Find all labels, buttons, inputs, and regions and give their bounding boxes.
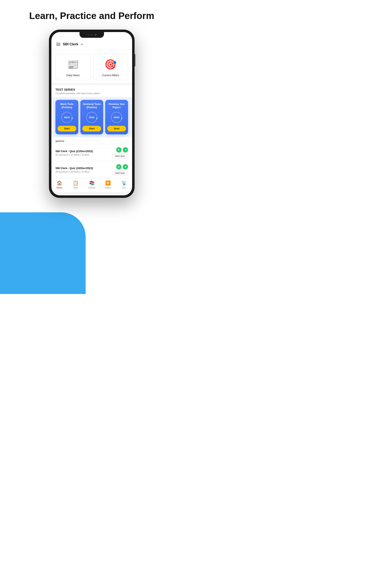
page-title: Learn, Practice and Perform: [29, 10, 154, 21]
nav-videos[interactable]: ▶️ Videos: [100, 181, 116, 189]
current-affairs-label: Current Affairs: [102, 74, 119, 77]
daily-news-card[interactable]: 📰 Daily News: [55, 54, 91, 80]
live-icon: 📡: [121, 181, 127, 186]
previous-year-title: Previous YearPapers: [108, 103, 125, 109]
previous-year-card[interactable]: Previous YearPapers 00/03 Start: [105, 100, 128, 134]
sectional-tests-start-button[interactable]: Start: [82, 126, 101, 131]
sectional-tests-title: Sectional Tests(Prelims): [83, 103, 100, 109]
lang-badge-hindi-1: ह: [123, 147, 128, 153]
app-title: SBI Clerk: [63, 42, 78, 46]
nav-ebook[interactable]: 📚 E-Book: [83, 181, 100, 189]
lang-badge-english-2: E: [116, 164, 122, 169]
phone-frame: SBI Clerk ▾ 📰 Daily News 🎯 Current Affai…: [43, 30, 141, 198]
phone-speaker: [87, 35, 93, 35]
lang-badge-english-1: E: [116, 147, 122, 153]
nav-live[interactable]: 📡 Live: [116, 181, 132, 189]
home-label: Home: [57, 187, 62, 189]
current-affairs-icon: 🎯: [103, 57, 118, 72]
mock-tests-title: Mock Tests(Prelims): [60, 103, 73, 109]
tests-label: Tests: [73, 187, 78, 189]
news-cards-row: 📰 Daily News 🎯 Current Affairs: [51, 50, 132, 84]
previous-year-progress: 00/03: [110, 111, 123, 124]
phone-body: SBI Clerk ▾ 📰 Daily News 🎯 Current Affai…: [49, 30, 134, 198]
quiz-actions-2: E ह Start Quiz: [112, 164, 128, 175]
ebook-label: E-Book: [89, 187, 95, 189]
quiz-info-2: SBI Clerk - Quiz (16/Dec/2022) 20 Questi…: [55, 167, 93, 173]
home-icon: 🏠: [57, 181, 62, 186]
live-label: Live: [122, 187, 126, 189]
start-quiz-button-2[interactable]: Start Quiz: [112, 171, 128, 175]
phone-notch: [80, 32, 104, 38]
quizzes-label: quizzes: [55, 137, 128, 144]
bottom-nav: 🏠 Home 📋 Tests 📚 E-Book ▶️ Videos: [51, 178, 132, 192]
ebook-icon: 📚: [89, 181, 95, 186]
quiz-actions-1: E ह Start Quiz: [112, 147, 128, 158]
daily-news-label: Daily News: [66, 74, 80, 77]
mock-tests-progress: 00/10: [60, 111, 73, 124]
mock-tests-score: 00/10: [64, 116, 70, 119]
quiz-item-1: SBI Clerk - Quiz (21/Dec/2022) 20 Questi…: [55, 144, 128, 161]
background-shape: [0, 212, 86, 294]
quiz-title-2: SBI Clerk - Quiz (16/Dec/2022): [55, 167, 93, 170]
hamburger-icon[interactable]: [56, 43, 60, 46]
lang-badges-2: E ह: [116, 164, 128, 169]
lang-badge-hindi-2: ह: [123, 164, 128, 169]
sectional-tests-progress: 00/02: [85, 111, 98, 124]
start-quiz-button-1[interactable]: Start Quiz: [112, 154, 128, 158]
current-affairs-card[interactable]: 🎯 Current Affairs: [93, 54, 128, 80]
previous-year-score: 00/03: [114, 116, 119, 119]
test-series-title: TEST SERIES: [55, 88, 128, 91]
quiz-title-1: SBI Clerk - Quiz (21/Dec/2022): [55, 150, 93, 153]
test-series-section: TEST SERIES Complete prepration with lat…: [51, 84, 132, 97]
daily-news-icon: 📰: [66, 57, 80, 72]
phone-screen: SBI Clerk ▾ 📰 Daily News 🎯 Current Affai…: [51, 32, 132, 195]
videos-label: Videos: [105, 187, 111, 189]
quiz-item-2: SBI Clerk - Quiz (16/Dec/2022) 20 Questi…: [55, 161, 128, 178]
phone-camera: [95, 34, 97, 36]
videos-icon: ▶️: [105, 181, 111, 186]
lang-badges-1: E ह: [116, 147, 128, 153]
phone-button-right: [134, 54, 135, 66]
sectional-tests-card[interactable]: Sectional Tests(Prelims) 00/02 Start: [80, 100, 103, 134]
app-screen: SBI Clerk ▾ 📰 Daily News 🎯 Current Affai…: [51, 32, 132, 192]
quiz-meta-1: 20 Questions | 20 Marks | 10 Mins: [55, 154, 93, 156]
test-series-subtitle: Complete prepration with latest exam pat…: [55, 92, 128, 95]
quiz-section: quizzes SBI Clerk - Quiz (21/Dec/2022) 2…: [51, 137, 132, 178]
mock-tests-card[interactable]: Mock Tests(Prelims) 00/10 Start: [55, 100, 78, 134]
quiz-info-1: SBI Clerk - Quiz (21/Dec/2022) 20 Questi…: [55, 150, 93, 156]
mock-tests-start-button[interactable]: Start: [58, 126, 76, 131]
quiz-meta-2: 20 Questions | 20 Marks | 10 Mins: [55, 171, 93, 173]
tests-icon: 📋: [73, 181, 78, 186]
nav-home[interactable]: 🏠 Home: [51, 181, 67, 189]
test-cards-row: Mock Tests(Prelims) 00/10 Start Sectio: [51, 97, 132, 137]
nav-tests[interactable]: 📋 Tests: [67, 181, 83, 189]
sectional-tests-score: 00/02: [89, 116, 95, 119]
chevron-down-icon[interactable]: ▾: [81, 43, 83, 46]
previous-year-start-button[interactable]: Start: [107, 126, 126, 131]
